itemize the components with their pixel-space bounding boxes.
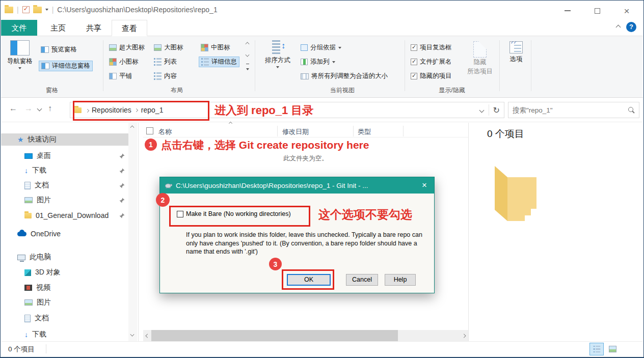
view-details[interactable]: 详细信息 [199,57,239,67]
up-icon[interactable]: ↑ [48,104,52,113]
view-content[interactable]: 内容 [152,71,179,81]
annotation-box-address [73,101,209,121]
quick-access-toolbar-dropdown-icon[interactable] [45,9,48,11]
pin-icon [119,168,125,174]
checked-checkbox-icon [411,59,417,65]
layout-more-icon[interactable] [246,64,249,72]
select-all-checkbox[interactable] [146,127,153,134]
search-icon[interactable] [628,106,635,114]
medium-icons-icon [201,44,208,51]
size-columns-button[interactable]: 将所有列调整为合适的大小 [299,71,390,81]
sidebar-item-videos[interactable]: 视频 [1,282,128,294]
tab-view[interactable]: 查看 [112,20,147,36]
column-header-row: 名称 修改日期 类型 [143,125,468,137]
close-icon: × [624,6,629,16]
pin-icon [119,198,125,203]
sidebar-item-documents[interactable]: 文档 [1,179,128,191]
search-input[interactable] [513,106,628,114]
minimize-ribbon-icon[interactable] [616,24,621,30]
item-checkboxes-toggle[interactable]: 项目复选框 [409,42,454,53]
details-pane-icon [41,63,49,69]
group-label-layout: 布局 [113,86,240,95]
hidden-items-toggle[interactable]: 隐藏的项目 [409,71,454,81]
cancel-button[interactable]: Cancel [346,274,378,286]
view-extra-large-icons[interactable]: 超大图标 [107,42,147,53]
navigation-pane-button[interactable]: 导航窗格 [5,40,35,69]
pictures-icon [24,197,33,203]
recent-locations-icon[interactable] [37,106,42,112]
layout-scroll-down-icon[interactable] [246,53,250,57]
add-columns-button[interactable]: 添加列 [299,57,337,67]
sidebar-item-documents-pc[interactable]: 文档 [1,312,128,324]
minimize-button[interactable] [560,5,575,16]
dialog-title-bar[interactable]: C:\Users\guoshizhan\Desktop\Repositories… [160,177,434,194]
small-icons-icon [109,58,117,66]
sidebar-item-downloads-pc[interactable]: 下载 [1,328,128,341]
dialog-close-icon[interactable]: × [419,180,430,190]
details-view-icon [201,58,209,66]
group-by-button[interactable]: 分组依据 [299,42,343,53]
window-title-path: C:\Users\guoshizhan\Desktop\Repositories… [57,6,217,14]
help-button[interactable]: Help [385,274,416,286]
view-tiles[interactable]: 平铺 [107,71,134,81]
help-icon[interactable]: ? [626,22,636,32]
quick-access-folder-icon[interactable] [33,7,42,13]
pin-icon [119,213,125,218]
tab-share[interactable]: 共享 [76,20,112,36]
close-button[interactable]: × [619,5,634,16]
navigation-sidebar: 快速访问 桌面 下载 文档 图片 01_General_Download [1,123,138,341]
videos-icon [24,285,32,291]
sort-by-button[interactable]: 排序方式 [262,40,293,68]
file-extensions-toggle[interactable]: 文件扩展名 [409,57,454,67]
scroll-right-icon[interactable] [462,334,466,338]
hide-selected-icon [473,41,487,58]
back-icon[interactable]: ← [9,104,17,113]
preview-pane-button[interactable]: 预览窗格 [39,44,79,55]
annotation-box-ok-button [282,269,334,290]
sidebar-item-pictures-pc[interactable]: 图片 [1,296,128,309]
maximize-button[interactable] [589,5,605,16]
tortoisegit-icon [165,182,172,189]
sidebar-item-quick-access[interactable]: 快速访问 [1,133,128,146]
annotation-step1-badge: 1 [145,139,157,151]
scroll-up-icon[interactable] [130,126,135,130]
column-header-date[interactable]: 修改日期 [282,127,309,136]
quick-access-check-icon[interactable] [22,6,30,13]
title-bar: | | C:\Users\guoshizhan\Desktop\Reposito… [1,1,643,20]
sidebar-scrollbar[interactable] [128,123,137,341]
options-button[interactable]: 选项 [503,41,529,64]
scroll-left-icon[interactable] [146,334,150,338]
tab-file[interactable]: 文件 [1,20,37,36]
sidebar-item-downloads[interactable]: 下载 [1,164,128,177]
this-pc-icon [17,255,25,260]
view-medium-icons[interactable]: 中图标 [199,42,232,53]
sidebar-item-pictures[interactable]: 图片 [1,194,128,206]
hide-selected-button[interactable]: 隐藏 所选项目 [464,41,496,76]
thumbnail-view-toggle[interactable] [605,343,620,355]
sidebar-item-onedrive[interactable]: OneDrive [1,228,128,240]
view-large-icons[interactable]: 大图标 [152,42,185,53]
column-header-type[interactable]: 类型 [358,127,371,136]
refresh-icon[interactable]: ↻ [489,105,504,115]
view-small-icons[interactable]: 小图标 [107,57,141,67]
onedrive-icon [17,232,26,236]
scrollbar-thumb[interactable] [151,330,398,341]
tab-home[interactable]: 主页 [40,20,76,36]
forward-icon[interactable]: → [24,104,33,113]
sidebar-item-general-download[interactable]: 01_General_Download [1,209,128,222]
sidebar-item-3d-objects[interactable]: 3D 对象 [1,266,128,279]
view-list[interactable]: 列表 [152,57,179,67]
dialog-description: If you plan to work inside this folder, … [186,231,427,256]
sidebar-item-desktop[interactable]: 桌面 [1,150,128,162]
sidebar-item-this-pc[interactable]: 此电脑 [1,251,128,263]
details-view-toggle[interactable] [589,343,604,355]
scroll-down-icon[interactable] [130,333,135,337]
search-box[interactable] [508,102,639,118]
horizontal-scrollbar[interactable] [143,330,468,341]
tiles-view-icon [109,73,117,79]
details-pane-button[interactable]: 详细信息窗格 [39,61,93,71]
column-header-name[interactable]: 名称 [158,127,172,136]
layout-scroll-up-icon[interactable] [246,42,250,46]
dialog-title-text: C:\Users\guoshizhan\Desktop\Repositories… [176,182,368,189]
address-dropdown-icon[interactable] [479,107,484,113]
